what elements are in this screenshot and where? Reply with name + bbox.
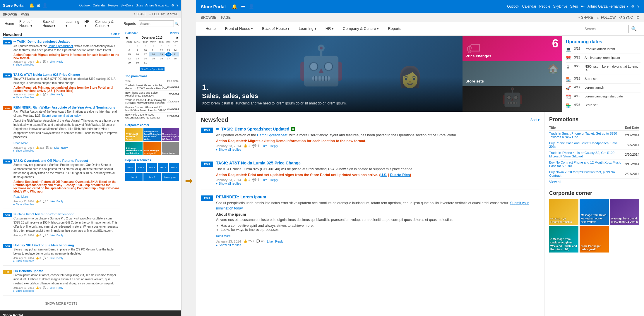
cal-day[interactable]: 29: [125, 61, 133, 65]
resource-1-left[interactable]: Item 1: [125, 163, 135, 172]
grid-icon[interactable]: ⊞: [37, 3, 40, 8]
user-icon-right[interactable]: 👤: [249, 4, 254, 9]
user-icon[interactable]: 👤: [42, 3, 47, 8]
like-btn-6-left[interactable]: Like: [50, 257, 55, 260]
settings-icon-right[interactable]: ⚙: [631, 4, 634, 8]
search-icon-right[interactable]: 🔍: [629, 26, 639, 32]
cal-day[interactable]: 10: [142, 48, 149, 52]
search-icon-left[interactable]: 🔍: [174, 22, 179, 26]
show-more-btn-left[interactable]: SHOW MORE POSTS: [3, 299, 120, 308]
read-more-3-right[interactable]: Read More: [216, 234, 230, 238]
cal-day[interactable]: 20: [165, 52, 172, 56]
page-link-right[interactable]: PAGE: [221, 16, 230, 20]
corp-card-1-right[interactable]: FY 2014 - Q2 Financial Results: [549, 199, 578, 225]
resource-7-left[interactable]: Item 7: [143, 173, 161, 181]
grid-icon-right[interactable]: ☰: [241, 4, 245, 9]
corp-card-2-right[interactable]: Message from David McAughan Porter: Rich…: [580, 199, 609, 225]
feed-like-btn-3-right[interactable]: Like: [267, 240, 273, 243]
like-btn-2-left[interactable]: Like: [50, 93, 55, 96]
share-btn-right[interactable]: ↗ SHARE: [577, 16, 593, 20]
cal-next-left[interactable]: ▶: [177, 36, 179, 39]
reply-btn-2-left[interactable]: Reply: [56, 93, 63, 96]
hero-tile-store-sets[interactable]: 🏠 Store sets: [463, 61, 562, 87]
cal-day[interactable]: 5: [157, 44, 165, 48]
reply-btn-3-left[interactable]: Reply: [61, 146, 68, 149]
cal-day[interactable]: 6: [165, 44, 172, 48]
calendar-link[interactable]: Calendar: [93, 4, 106, 7]
cal-day[interactable]: 12: [157, 48, 165, 52]
feed-show-replies-3-right[interactable]: ▸ Show all replies: [216, 243, 539, 247]
more-links-right[interactable]: •••: [581, 4, 585, 8]
corp-card-4-right[interactable]: A Message from David McAughan: Weekend U…: [549, 226, 578, 253]
search-input-right[interactable]: [582, 25, 629, 33]
sync-btn-left[interactable]: ↺ SYNC: [167, 13, 178, 16]
reply-btn-5-left[interactable]: Reply: [56, 234, 63, 237]
bell-icon-right[interactable]: 🔔: [232, 4, 237, 9]
like-btn-7-left[interactable]: Like: [50, 286, 55, 289]
like-btn-5-left[interactable]: Like: [50, 234, 55, 237]
cal-day[interactable]: 27: [165, 56, 172, 61]
cal-day[interactable]: 1: [125, 44, 133, 48]
promo-title-3-right[interactable]: Trade-in iPhone 4, 4s or Galaxy S2, Get …: [549, 150, 625, 159]
resource-2-left[interactable]: Item 2: [136, 163, 146, 172]
cal-day[interactable]: 19: [157, 52, 165, 56]
feed-reply-btn-3-right[interactable]: Reply: [275, 240, 283, 243]
cal-day[interactable]: 9: [133, 48, 142, 52]
cal-day[interactable]: 24: [142, 56, 149, 61]
view-all-promos-right[interactable]: View all: [549, 180, 561, 184]
cal-day[interactable]: 3: [142, 44, 149, 48]
corp-card-5-left[interactable]: Store Portal got redesigned!: [143, 142, 161, 155]
cal-day[interactable]: 8: [125, 48, 133, 52]
cal-day[interactable]: 28: [172, 56, 179, 61]
news-title-3-left[interactable]: REMINDER: Rich Walker Associate of the Y…: [13, 106, 120, 109]
nav-learning-left[interactable]: Learning ▾: [63, 18, 82, 29]
skydrive-link[interactable]: SkyDrive: [121, 4, 133, 7]
like-btn-3-left[interactable]: Like: [54, 146, 59, 149]
nav-culture-right[interactable]: Company & Culture ▾: [338, 23, 383, 35]
nav-learning-right[interactable]: Learning ▾: [294, 23, 321, 35]
promo-title-1-right[interactable]: Trade-in Smart Phone or Tablet, Get up t…: [549, 130, 625, 140]
reply-btn-6-left[interactable]: Reply: [56, 257, 63, 260]
sites-link[interactable]: Sites: [136, 4, 143, 7]
cal-day[interactable]: 13: [165, 48, 172, 52]
sync-btn-right[interactable]: ↺ SYNC: [619, 16, 633, 20]
reply-btn-7-left[interactable]: Reply: [56, 286, 63, 289]
corp-card-3-right[interactable]: Message from David McAughan Q2 Own it: [610, 199, 639, 225]
cal-day[interactable]: 7: [172, 44, 179, 48]
promo-title-4-right[interactable]: Buy No Contract Phone and 12 Month Xbox …: [549, 159, 625, 169]
cal-day[interactable]: 2: [133, 44, 142, 48]
feed-like-btn-1-right[interactable]: Like: [261, 144, 267, 148]
dropdown-icon-right[interactable]: ▾: [626, 4, 628, 8]
help-icon-left[interactable]: ?: [177, 4, 178, 7]
corp-card-2-left[interactable]: Message from David McAughan Porter: Rich…: [143, 128, 161, 141]
feed-title-3-right[interactable]: REMINDER: Lorem Ipsum: [216, 195, 539, 199]
cal-day[interactable]: 14: [172, 48, 179, 52]
resource-6-left[interactable]: Item 6: [125, 173, 143, 181]
cal-day[interactable]: 23: [133, 56, 142, 61]
share-btn-left[interactable]: ↗ SHARE: [133, 13, 146, 16]
hero-tile-titanfall[interactable]: 🤖 TITANFALL Titanfall is here: [463, 86, 562, 112]
nav-reports-left[interactable]: Reports: [121, 20, 138, 27]
nav-reports-right[interactable]: Reports: [383, 23, 406, 35]
browse-link-left[interactable]: BROWSE: [3, 13, 17, 16]
feed-reply-btn-1-right[interactable]: Reply: [270, 144, 278, 148]
show-replies-4-left[interactable]: ▸ Show all replies: [13, 203, 120, 206]
bell-icon[interactable]: 🔔: [29, 3, 34, 8]
feed-sort-btn-right[interactable]: Sort ▾: [530, 118, 539, 122]
nav-foh-left[interactable]: Front of House ▾: [17, 18, 40, 29]
people-link[interactable]: People: [108, 4, 118, 7]
cal-day[interactable]: 22: [125, 56, 133, 61]
cal-view-link-left[interactable]: View ▾: [170, 32, 179, 35]
reply-btn-4-left[interactable]: Reply: [56, 200, 63, 203]
resource-8-left[interactable]: Lorem ipsum: [162, 173, 179, 181]
news-title-6-left[interactable]: Holiday SKU End of Life Merchandising: [13, 243, 120, 247]
read-more-4-left[interactable]: Read More: [13, 195, 28, 198]
news-title-1-left[interactable]: ✏ TASK: Demo Spreadsheet Updated: [13, 40, 120, 44]
cal-day[interactable]: 4: [149, 44, 157, 48]
nav-boh-right[interactable]: Back of House ▾: [257, 23, 294, 35]
nav-hr-right[interactable]: HR ▾: [321, 23, 338, 35]
resource-3-left[interactable]: Item 3: [147, 163, 157, 172]
promo-title-5-right[interactable]: Buy Nokia 2520 for $299 w/Contract, $399…: [549, 169, 625, 179]
cal-day[interactable]: 26: [157, 56, 165, 61]
cal-day[interactable]: 11: [149, 48, 157, 52]
